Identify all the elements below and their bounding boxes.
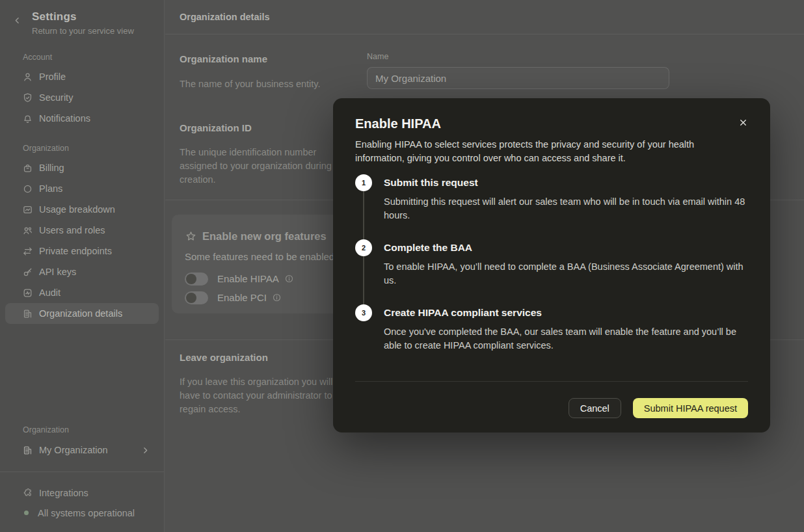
step-1-description: Submitting this request will alert our s… <box>384 195 748 222</box>
enable-hipaa-label: Enable HIPAA <box>217 273 279 284</box>
sidebar-item-users-and-roles[interactable]: Users and roles <box>5 220 159 241</box>
building-icon <box>22 445 33 456</box>
back-chevron-icon[interactable] <box>13 16 21 36</box>
building-icon <box>22 308 33 319</box>
circle-icon <box>22 183 33 194</box>
sidebar-item-label: Users and roles <box>39 225 105 235</box>
leave-org-description: If you leave this organization you will … <box>180 375 343 416</box>
sidebar-item-label: Audit <box>39 287 60 298</box>
org-id-heading: Organization ID <box>180 122 252 133</box>
sidebar-item-audit[interactable]: Audit <box>5 282 159 303</box>
usage-chart-icon <box>22 204 33 215</box>
sidebar-item-label: Billing <box>39 163 64 173</box>
sidebar-item-api-keys[interactable]: API keys <box>5 261 159 282</box>
step-2-title: Complete the BAA <box>384 239 748 256</box>
sidebar-item-usage-breakdown[interactable]: Usage breakdown <box>5 199 159 220</box>
step-2-description: To enable HIPAA, you’ll need to complete… <box>384 260 748 287</box>
sidebar-title: Settings <box>32 10 134 23</box>
modal-title: Enable HIPAA <box>355 115 738 132</box>
sidebar-bottom: Organization My Organization Integration… <box>0 425 164 532</box>
system-status-item[interactable]: All systems operational <box>0 503 164 523</box>
sidebar-item-label: Private endpoints <box>39 246 112 256</box>
submit-hipaa-request-button[interactable]: Submit HIPAA request <box>633 398 748 418</box>
modal-description: Enabling HIPAA to select services protec… <box>355 138 719 165</box>
info-icon[interactable] <box>284 274 294 284</box>
leave-org-heading: Leave organization <box>180 352 268 363</box>
step-2-number: 2 <box>355 239 372 256</box>
sidebar-item-billing[interactable]: Billing <box>5 157 159 178</box>
step-3-description: Once you've completed the BAA, our sales… <box>384 325 748 352</box>
status-dot-icon <box>24 511 29 515</box>
sidebar-item-integrations[interactable]: Integrations <box>0 483 164 503</box>
org-name-description: The name of your business entity. <box>180 77 362 91</box>
org-switcher-label: Organization <box>23 425 159 434</box>
sidebar-item-profile[interactable]: Profile <box>5 66 159 87</box>
sidebar-subtitle: Return to your service view <box>32 26 134 36</box>
key-icon <box>22 267 33 278</box>
info-icon[interactable] <box>272 293 282 302</box>
sidebar-item-label: Notifications <box>39 113 90 124</box>
arrows-swap-icon <box>22 246 33 257</box>
org-switcher[interactable]: My Organization <box>5 439 159 461</box>
org-id-description: The unique identification number assigne… <box>180 146 347 187</box>
org-name-heading: Organization name <box>180 53 267 64</box>
audit-pulse-icon <box>22 287 33 299</box>
sidebar-item-label: Security <box>39 92 73 103</box>
step-3: 3 Create HIPAA compliant services Once y… <box>355 304 748 352</box>
users-icon <box>22 225 33 236</box>
step-3-number: 3 <box>355 304 372 321</box>
enable-hipaa-toggle[interactable] <box>185 273 208 286</box>
section-label-account: Account <box>23 53 159 62</box>
step-3-title: Create HIPAA compliant services <box>384 304 748 321</box>
features-card-title: Enable new org features <box>202 230 327 243</box>
close-icon[interactable] <box>738 118 748 127</box>
sidebar-item-label: Profile <box>39 72 66 82</box>
sidebar-item-label: API keys <box>39 267 76 277</box>
status-label: All systems operational <box>38 508 135 518</box>
sidebar-item-label: Organization details <box>39 308 122 319</box>
sidebar-item-notifications[interactable]: Notifications <box>5 108 159 129</box>
page-title: Organization details <box>165 0 804 34</box>
bell-icon <box>22 113 33 124</box>
hipaa-steps: 1 Submit this request Submitting this re… <box>355 174 748 352</box>
sidebar-item-label: Usage breakdown <box>39 204 115 215</box>
step-2: 2 Complete the BAA To enable HIPAA, you’… <box>355 239 748 287</box>
step-1-title: Submit this request <box>384 174 748 191</box>
section-label-organization: Organization <box>23 144 159 153</box>
puzzle-icon <box>22 487 33 498</box>
shield-check-icon <box>22 92 33 103</box>
org-switcher-value: My Organization <box>39 445 135 455</box>
enable-hipaa-modal: Enable HIPAA Enabling HIPAA to select se… <box>333 98 770 432</box>
star-icon <box>185 230 197 243</box>
cancel-button[interactable]: Cancel <box>569 398 621 418</box>
enable-pci-toggle[interactable] <box>185 291 208 304</box>
sidebar-header: Settings Return to your service view <box>0 0 164 36</box>
settings-sidebar: Settings Return to your service view Acc… <box>0 0 165 532</box>
step-1-number: 1 <box>355 174 372 191</box>
sidebar-item-security[interactable]: Security <box>5 87 159 108</box>
sidebar-item-plans[interactable]: Plans <box>5 178 159 199</box>
step-1: 1 Submit this request Submitting this re… <box>355 174 748 222</box>
sidebar-item-label: Plans <box>39 183 62 194</box>
chevron-right-icon <box>141 446 150 455</box>
sidebar-divider <box>0 472 164 472</box>
organization-name-input[interactable] <box>367 67 669 89</box>
person-icon <box>22 72 33 83</box>
name-field-label: Name <box>367 52 388 61</box>
integrations-label: Integrations <box>39 488 88 498</box>
sidebar-item-private-endpoints[interactable]: Private endpoints <box>5 241 159 261</box>
billing-bag-icon <box>22 163 33 174</box>
modal-footer-divider <box>355 381 748 382</box>
enable-pci-label: Enable PCI <box>217 292 267 303</box>
sidebar-item-organization-details[interactable]: Organization details <box>5 303 159 324</box>
